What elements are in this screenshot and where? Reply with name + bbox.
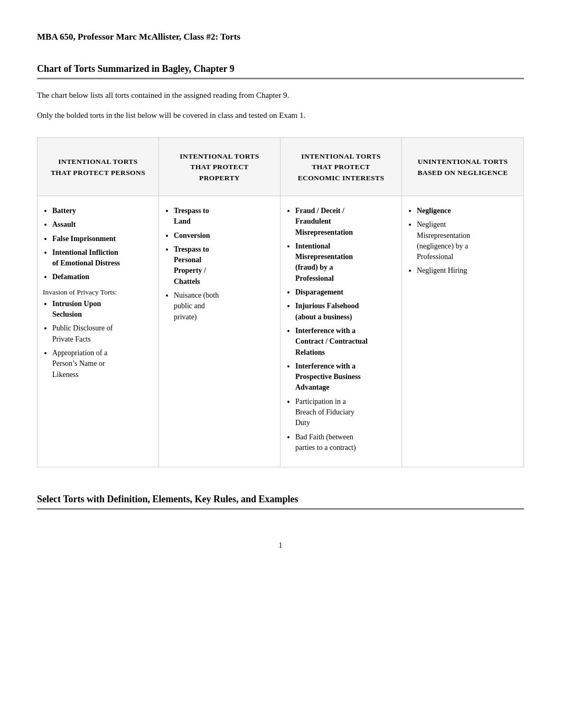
bottom-title-divider xyxy=(37,508,524,510)
list-item: Trespass toPersonalProperty /Chattels xyxy=(174,244,273,287)
col-header-persons: Intentional Tortsthat Protect Persons xyxy=(38,138,158,196)
col-intentional-economic: Intentional Tortsthat ProtectEconomic In… xyxy=(280,138,402,467)
list-item: Intrusion UponSeclusion xyxy=(52,299,151,320)
list-item: Fraud / Deceit /FraudulentMisrepresentat… xyxy=(295,206,394,238)
list-item: Conversion xyxy=(174,231,273,241)
list-item: Negligence xyxy=(417,206,516,216)
list-item: Interference with aContract / Contractua… xyxy=(295,326,394,358)
col-body-economic: Fraud / Deceit /FraudulentMisrepresentat… xyxy=(280,196,401,467)
bottom-section-title: Select Torts with Definition, Elements, … xyxy=(37,494,524,505)
intro-paragraph-2: Only the bolded torts in the list below … xyxy=(37,109,524,122)
col-body-persons: Battery Assault False Imprisonment Inten… xyxy=(38,196,158,394)
col-intentional-persons: Intentional Tortsthat Protect Persons Ba… xyxy=(38,138,159,467)
col-unintentional-negligence: Unintentional TortsBased on Negligence N… xyxy=(402,138,523,467)
page-header: MBA 650, Professor Marc McAllister, Clas… xyxy=(37,32,524,42)
intro-paragraph-1: The chart below lists all torts containe… xyxy=(37,89,524,102)
list-item: Negligent Hiring xyxy=(417,265,516,276)
torts-chart: Intentional Tortsthat Protect Persons Ba… xyxy=(37,137,524,467)
col-header-negligence: Unintentional TortsBased on Negligence xyxy=(402,138,523,196)
list-item: Injurious Falsehood(about a business) xyxy=(295,301,394,322)
list-item: Trespass toLand xyxy=(174,206,273,227)
col-header-economic: Intentional Tortsthat ProtectEconomic In… xyxy=(280,138,401,196)
list-item: False Imprisonment xyxy=(52,234,151,244)
list-item: IntentionalMisrepresentation(fraud) by a… xyxy=(295,241,394,284)
col-body-property: Trespass toLand Conversion Trespass toPe… xyxy=(159,196,280,336)
list-item: Public Disclosure ofPrivate Facts xyxy=(52,323,151,345)
list-item: Disparagement xyxy=(295,287,394,298)
list-item: Assault xyxy=(52,219,151,230)
list-item: Bad Faith (betweenparties to a contract) xyxy=(295,432,394,454)
col-header-property: Intentional Tortsthat ProtectProperty xyxy=(159,138,280,196)
chart-section-title: Chart of Torts Summarized in Bagley, Cha… xyxy=(37,63,524,75)
list-item: Defamation xyxy=(52,272,151,282)
list-item: NegligentMisrepresentation(negligence) b… xyxy=(417,219,516,262)
col-body-negligence: Negligence NegligentMisrepresentation(ne… xyxy=(402,196,523,290)
list-item: Battery xyxy=(52,206,151,216)
col-intentional-property: Intentional Tortsthat ProtectProperty Tr… xyxy=(159,138,280,467)
list-item: Appropriation of aPerson’s Name orLikene… xyxy=(52,348,151,380)
page-number: 1 xyxy=(37,541,524,550)
list-item: Interference with aProspective BusinessA… xyxy=(295,361,394,393)
list-item: Intentional Inflictionof Emotional Distr… xyxy=(52,247,151,269)
list-item: Nuisance (bothpublic andprivate) xyxy=(174,290,273,322)
chart-title-divider xyxy=(37,78,524,79)
sublabel-privacy: Invasion of Privacy Torts: xyxy=(43,288,151,297)
list-item: Participation in aBreach of FiduciaryDut… xyxy=(295,397,394,429)
